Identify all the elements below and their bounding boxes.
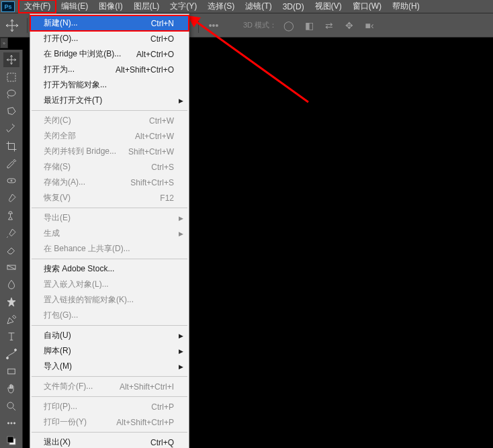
menubar: Ps 文件(F)编辑(E)图像(I)图层(L)文字(Y)选择(S)滤镜(T)3D…	[0, 0, 493, 13]
file-menu-item-3[interactable]: 打开为...Alt+Shift+Ctrl+O	[30, 62, 189, 77]
file-menu-item-32[interactable]: 退出(X)Ctrl+Q	[30, 435, 189, 448]
menu-item-label: 退出(X)	[44, 437, 150, 448]
menu-item-label: 打印一份(Y)	[44, 416, 116, 428]
path-tool[interactable]	[3, 347, 19, 361]
svg-point-4	[6, 357, 8, 359]
file-menu-item-30: 打印一份(Y)Alt+Shift+Ctrl+P	[30, 414, 189, 430]
menu-separator	[32, 396, 187, 397]
dodge-tool[interactable]	[3, 295, 19, 310]
fg-bg-tool[interactable]	[3, 433, 19, 448]
menu-item-label: 脚本(R)	[44, 345, 174, 357]
clone-tool[interactable]	[3, 208, 19, 223]
svg-point-10	[13, 422, 15, 424]
menu-item-label: 新建(N)...	[44, 17, 151, 29]
menu-item-shortcut: Ctrl+Q	[150, 438, 174, 447]
menu-8[interactable]: 视图(V)	[310, 0, 347, 13]
menu-3[interactable]: 图层(L)	[128, 0, 165, 13]
menu-9[interactable]: 窗口(W)	[347, 0, 387, 13]
submenu-arrow-icon: ▶	[179, 332, 183, 339]
menu-10[interactable]: 帮助(H)	[387, 0, 425, 13]
svg-rect-12	[7, 437, 13, 443]
file-menu-item-5[interactable]: 最近打开文件(T)▶	[30, 93, 189, 108]
3d-camera-icon[interactable]: ■‹	[361, 17, 377, 34]
file-menu-item-11: 存储为(A)...Shift+Ctrl+S	[30, 175, 189, 190]
zoom-tool[interactable]	[3, 399, 19, 414]
file-menu-item-7: 关闭(C)Ctrl+W	[30, 113, 189, 128]
file-menu-item-25[interactable]: 导入(M)▶	[30, 359, 189, 374]
collapsed-panel-tab[interactable]: »	[0, 38, 8, 48]
separator	[27, 18, 28, 33]
menu-item-shortcut: Alt+Shift+Ctrl+O	[116, 65, 174, 75]
file-menu-item-10: 存储(S)Ctrl+S	[30, 159, 189, 175]
menu-separator	[32, 325, 187, 326]
svg-rect-6	[7, 369, 15, 374]
crop-tool[interactable]	[3, 139, 19, 154]
file-menu-item-15: 生成▶	[30, 226, 189, 241]
polygonal-lasso-tool[interactable]	[3, 104, 19, 119]
menu-item-label: 导出(E)	[44, 212, 174, 224]
menu-6[interactable]: 滤镜(T)	[240, 0, 277, 13]
blur-tool[interactable]	[3, 277, 19, 292]
file-menu-item-2[interactable]: 在 Bridge 中浏览(B)...Alt+Ctrl+O	[30, 46, 189, 62]
3d-orbit-icon[interactable]: ◯	[281, 17, 297, 34]
rectangle-tool[interactable]	[3, 364, 19, 379]
pen-tool[interactable]	[3, 312, 19, 327]
move-tool[interactable]	[3, 52, 19, 67]
gradient-tool[interactable]	[3, 260, 19, 275]
menu-item-label: 存储为(A)...	[44, 177, 130, 188]
menu-item-label: 最近打开文件(T)	[44, 95, 174, 106]
submenu-arrow-icon: ▶	[179, 348, 183, 355]
file-menu-dropdown: 新建(N)...Ctrl+N打开(O)...Ctrl+O在 Bridge 中浏览…	[30, 13, 189, 448]
file-menu-item-16: 在 Behance 上共享(D)...	[30, 241, 189, 257]
3d-slide-icon[interactable]: ⇄	[321, 17, 337, 34]
brush-tool[interactable]	[3, 191, 19, 206]
file-menu-item-0[interactable]: 新建(N)...Ctrl+N	[30, 15, 189, 31]
file-menu-item-18[interactable]: 搜索 Adobe Stock...	[30, 261, 189, 277]
file-menu-item-4[interactable]: 打开为智能对象...	[30, 77, 189, 93]
file-menu-item-24[interactable]: 脚本(R)▶	[30, 343, 189, 359]
ellipsis-tool[interactable]	[3, 416, 19, 431]
menu-item-label: 关闭全部	[44, 130, 135, 142]
file-menu-item-1[interactable]: 打开(O)...Ctrl+O	[30, 31, 189, 46]
menu-item-shortcut: F12	[160, 193, 174, 203]
svg-point-7	[7, 402, 13, 408]
menu-item-label: 关闭(C)	[44, 115, 149, 126]
menu-1[interactable]: 编辑(E)	[56, 0, 93, 13]
type-tool[interactable]	[3, 330, 19, 345]
eraser-tool[interactable]	[3, 243, 19, 258]
menu-5[interactable]: 选择(S)	[202, 0, 240, 13]
hand-tool[interactable]	[3, 382, 19, 396]
healing-tool[interactable]	[3, 173, 19, 188]
marquee-tool[interactable]	[3, 70, 19, 85]
menu-0[interactable]: 文件(F)	[19, 0, 56, 13]
menu-7[interactable]: 3D(D)	[277, 0, 310, 13]
menu-item-label: 恢复(V)	[44, 192, 160, 204]
menu-item-label: 打印(P)...	[44, 401, 151, 412]
menu-item-label: 打包(G)...	[44, 310, 174, 321]
history-brush-tool[interactable]	[3, 226, 19, 240]
menu-4[interactable]: 文字(Y)	[165, 0, 202, 13]
file-menu-item-19: 置入嵌入对象(L)...	[30, 277, 189, 292]
svg-point-8	[7, 422, 9, 424]
file-menu-item-29: 打印(P)...Ctrl+P	[30, 399, 189, 414]
submenu-arrow-icon: ▶	[179, 215, 183, 222]
3d-mode-label: 3D 模式：	[243, 20, 277, 30]
menu-item-shortcut: Ctrl+O	[150, 34, 174, 44]
lasso-tool[interactable]	[3, 87, 19, 102]
3d-pan-icon[interactable]: ◧	[301, 17, 317, 34]
menu-item-label: 自动(U)	[44, 330, 174, 341]
file-menu-item-23[interactable]: 自动(U)▶	[30, 328, 189, 343]
menu-item-shortcut: Ctrl+W	[149, 116, 174, 126]
menu-item-label: 置入链接的智能对象(K)...	[44, 294, 174, 306]
3d-scale-icon[interactable]: ✥	[341, 17, 357, 34]
svg-point-9	[10, 422, 11, 424]
menu-item-shortcut: Alt+Ctrl+O	[136, 50, 174, 59]
eyedropper-tool[interactable]	[3, 156, 19, 171]
svg-point-5	[14, 349, 16, 351]
svg-point-1	[7, 90, 15, 96]
menu-2[interactable]: 图像(I)	[93, 0, 128, 13]
more-options-icon[interactable]: •••	[206, 17, 222, 34]
menu-separator	[32, 110, 187, 111]
separator	[198, 18, 199, 33]
wand-tool[interactable]	[3, 122, 19, 136]
